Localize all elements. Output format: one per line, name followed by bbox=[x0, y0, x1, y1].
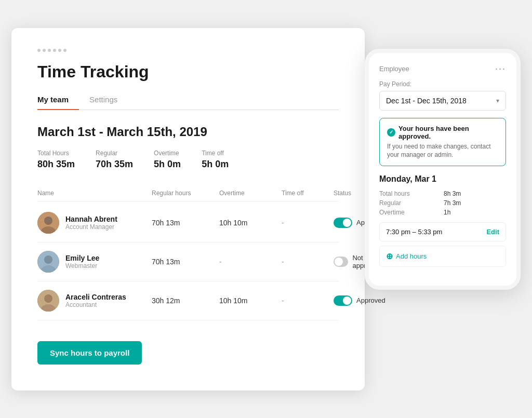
time-entry: 7:30 pm – 5:33 pm Edit bbox=[379, 222, 506, 241]
approval-check-icon: ✓ bbox=[387, 128, 395, 137]
employee-name: Hannah Abrent bbox=[65, 215, 117, 223]
mobile-header: Employee ··· bbox=[379, 63, 506, 74]
page-title: Time Tracking bbox=[37, 62, 339, 82]
cell-regular-hours: 70h 13m bbox=[152, 219, 219, 227]
cell-time-off: - bbox=[282, 296, 334, 305]
outer-container: Time Tracking My team Settings March 1st… bbox=[11, 28, 521, 390]
sync-hours-button[interactable]: Sync hours to payroll bbox=[37, 341, 142, 365]
chevron-down-icon: ▾ bbox=[496, 97, 499, 104]
employee-name: Araceli Contreras bbox=[65, 293, 126, 301]
stat-time-off-label: Time off bbox=[202, 150, 229, 157]
table-row: Emily Lee Webmaster 70h 13m - - Not appr… bbox=[37, 242, 339, 281]
stat-regular: Regular 70h 35m bbox=[96, 150, 133, 170]
avatar bbox=[37, 290, 59, 312]
stat-total-hours-value: 80h 35m bbox=[37, 159, 75, 170]
stat-time-off-value: 5h 0m bbox=[202, 159, 229, 170]
day-overtime-value: 1h bbox=[444, 209, 506, 216]
table-row: Hannah Abrent Account Manager 70h 13m 10… bbox=[37, 204, 339, 242]
drag-dot bbox=[63, 49, 66, 52]
status-toggle-araceli[interactable] bbox=[334, 295, 352, 306]
day-total-hours-value: 8h 3m bbox=[444, 190, 506, 197]
drag-dot bbox=[43, 49, 46, 52]
svg-point-7 bbox=[44, 294, 52, 303]
day-regular-value: 7h 3m bbox=[444, 199, 506, 207]
mobile-period-value: Dec 1st - Dec 15th, 2018 bbox=[386, 97, 467, 105]
tab-my-team[interactable]: My team bbox=[37, 90, 79, 110]
svg-point-4 bbox=[44, 255, 52, 264]
employee-role: Webmaster bbox=[65, 262, 99, 269]
cell-time-off: - bbox=[282, 258, 334, 266]
mobile-period-select[interactable]: Dec 1st - Dec 15th, 2018 ▾ bbox=[379, 91, 506, 111]
drag-dot bbox=[53, 49, 56, 52]
stat-total-hours: Total Hours 80h 35m bbox=[37, 150, 75, 170]
drag-handle bbox=[37, 49, 339, 52]
cell-time-off: - bbox=[282, 219, 334, 227]
mobile-menu-dots[interactable]: ··· bbox=[495, 63, 506, 74]
tab-bar: My team Settings bbox=[37, 90, 339, 110]
time-range: 7:30 pm – 5:33 pm bbox=[386, 228, 442, 236]
status-toggle-emily[interactable] bbox=[334, 257, 348, 267]
drag-dot bbox=[58, 49, 61, 52]
stat-regular-value: 70h 35m bbox=[96, 159, 133, 170]
period-title: March 1st - March 15th, 2019 bbox=[37, 125, 339, 139]
col-regular-hours: Regular hours bbox=[152, 190, 219, 197]
status-text: Approved bbox=[356, 296, 385, 304]
cell-overtime: 10h 10m bbox=[219, 296, 282, 305]
day-total-hours-label: Total hours bbox=[379, 190, 442, 197]
day-section: Monday, Mar 1 Total hours 8h 3m Regular … bbox=[379, 174, 506, 267]
stat-time-off: Time off 5h 0m bbox=[202, 150, 229, 170]
approval-banner-title: ✓ Your hours have been approved. bbox=[387, 125, 498, 140]
edit-link[interactable]: Edit bbox=[486, 228, 499, 236]
day-stats: Total hours 8h 3m Regular 7h 3m Overtime… bbox=[379, 190, 506, 216]
mobile-pay-period-label: Pay Period: bbox=[379, 80, 506, 88]
col-status: Status bbox=[334, 190, 351, 197]
employee-info: Emily Lee Webmaster bbox=[37, 251, 152, 273]
employee-role: Account Manager bbox=[65, 223, 117, 231]
cell-overtime: 10h 10m bbox=[219, 219, 282, 227]
drag-dot bbox=[48, 49, 51, 52]
avatar bbox=[37, 212, 59, 234]
table-row: Araceli Contreras Accountant 30h 12m 10h… bbox=[37, 281, 339, 320]
cell-overtime: - bbox=[219, 258, 282, 266]
tab-settings[interactable]: Settings bbox=[89, 90, 128, 110]
add-hours-button[interactable]: ⊕ Add hours bbox=[379, 246, 506, 267]
drag-dot bbox=[37, 49, 41, 52]
cell-regular-hours: 70h 13m bbox=[152, 258, 219, 266]
avatar bbox=[37, 251, 59, 273]
approval-banner: ✓ Your hours have been approved. If you … bbox=[379, 118, 506, 167]
stat-total-hours-label: Total Hours bbox=[37, 150, 75, 157]
stat-overtime-label: Overtime bbox=[154, 150, 181, 157]
desktop-card: Time Tracking My team Settings March 1st… bbox=[11, 28, 365, 390]
employee-info: Hannah Abrent Account Manager bbox=[37, 212, 152, 234]
day-regular-label: Regular bbox=[379, 199, 442, 207]
employee-info: Araceli Contreras Accountant bbox=[37, 290, 152, 312]
table-header: Name Regular hours Overtime Time off Sta… bbox=[37, 185, 339, 201]
day-title: Monday, Mar 1 bbox=[379, 174, 506, 184]
status-cell: Approved bbox=[334, 295, 385, 306]
stat-regular-label: Regular bbox=[96, 150, 133, 157]
col-name: Name bbox=[37, 190, 152, 197]
stats-row: Total Hours 80h 35m Regular 70h 35m Over… bbox=[37, 150, 339, 170]
col-time-off: Time off bbox=[282, 190, 334, 197]
approval-title-text: Your hours have been approved. bbox=[398, 125, 498, 140]
stat-overtime: Overtime 5h 0m bbox=[154, 150, 181, 170]
approval-banner-body: If you need to make changes, contact you… bbox=[387, 142, 498, 160]
mobile-card: Employee ··· Pay Period: Dec 1st - Dec 1… bbox=[365, 49, 521, 290]
status-toggle-hannah[interactable] bbox=[334, 218, 352, 228]
day-overtime-label: Overtime bbox=[379, 209, 442, 216]
mobile-employee-label: Employee bbox=[379, 65, 409, 73]
cell-regular-hours: 30h 12m bbox=[152, 296, 219, 305]
add-hours-label: Add hours bbox=[396, 252, 427, 260]
employee-name: Emily Lee bbox=[65, 254, 99, 262]
col-overtime: Overtime bbox=[219, 190, 282, 197]
svg-point-1 bbox=[44, 217, 52, 225]
plus-icon: ⊕ bbox=[386, 251, 393, 261]
employee-role: Accountant bbox=[65, 301, 126, 308]
stat-overtime-value: 5h 0m bbox=[154, 159, 181, 170]
